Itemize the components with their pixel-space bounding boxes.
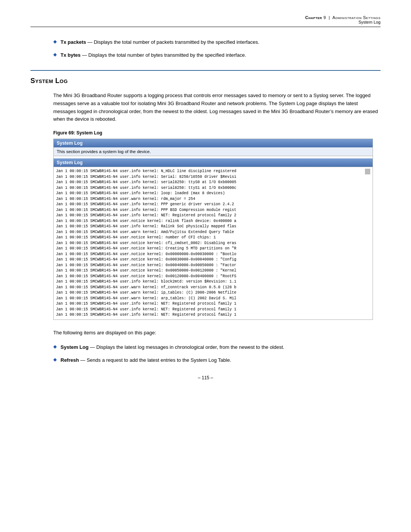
log-line: Jan 1 00:00:15 SMCWBR14S-N4 user.info ke…	[56, 180, 370, 185]
bullet-diamond-4: ◆	[53, 357, 57, 362]
log-line: Jan 1 00:00:15 SMCWBR14S-N4 user.notice …	[56, 235, 370, 241]
bullet-text-refresh: Refresh — Sends a request to add the lat…	[61, 356, 231, 364]
log-line: Jan 1 00:00:15 SMCWBR14S-N4 user.info ke…	[56, 185, 370, 191]
widget-title-bar: System Log	[54, 139, 373, 147]
page-number: – 115 –	[30, 375, 381, 380]
bullet-diamond-3: ◆	[53, 344, 57, 349]
log-line: Jan 1 00:00:15 SMCWBR14S-N4 user.notice …	[56, 263, 370, 268]
log-line: Jan 1 00:00:15 SMCWBR14S-N4 user.info ke…	[56, 279, 370, 285]
log-line: Jan 1 00:00:15 SMCWBR14S-N4 user.warn ke…	[56, 290, 370, 296]
log-line: Jan 1 00:00:15 SMCWBR14S-N4 user.notice …	[56, 219, 370, 224]
log-line: Jan 1 00:00:15 SMCWBR14S-N4 user.info ke…	[56, 224, 370, 230]
log-line: Jan 1 00:00:15 SMCWBR14S-N4 user.notice …	[56, 241, 370, 246]
system-log-widget: System Log This section provides a syste…	[53, 139, 373, 320]
section-heading: System Log	[30, 77, 381, 85]
bullet-label-refresh: Refresh	[61, 357, 79, 363]
chapter-word: Chapter	[305, 15, 322, 20]
bullet-label-tx-packets: Tx packets	[61, 39, 86, 45]
log-line: Jan 1 00:00:15 SMCWBR14S-N4 user.info ke…	[56, 213, 370, 219]
log-line: Jan 1 00:00:15 SMCWBR14S-N4 user.info ke…	[56, 202, 370, 208]
log-line: Jan 1 00:00:15 SMCWBR14S-N4 user.warn ke…	[56, 197, 370, 202]
log-line: Jan 1 00:00:15 SMCWBR14S-N4 user.warn ke…	[56, 285, 370, 291]
log-content[interactable]: Jan 1 00:00:15 SMCWBR14S-N4 user.info ke…	[54, 167, 373, 320]
bullet-item-refresh: ◆ Refresh — Sends a request to add the l…	[53, 356, 381, 364]
log-line: Jan 1 00:00:15 SMCWBR14S-N4 user.info ke…	[56, 312, 370, 318]
chapter-number: 9	[323, 15, 326, 20]
bottom-bullet-section: ◆ System Log — Displays the latest log m…	[53, 343, 381, 364]
log-line: Jan 1 00:00:15 SMCWBR14S-N4 user.warn ke…	[56, 296, 370, 302]
body-text: The Mini 3G Broadband Router supports a …	[53, 92, 381, 123]
bullet-desc-system-log: — Displays the latest log messages in ch…	[90, 344, 284, 350]
log-line: Jan 1 00:00:15 SMCWBR14S-N4 user.notice …	[56, 274, 370, 280]
log-line: Jan 1 00:00:15 SMCWBR14S-N4 user.notice …	[56, 257, 370, 263]
chapter-line: Chapter 9 | Administration Settings	[30, 15, 381, 20]
following-text: The following items are displayed on thi…	[53, 329, 381, 337]
page-header: Chapter 9 | Administration Settings Syst…	[30, 15, 381, 27]
page-container: Chapter 9 | Administration Settings Syst…	[0, 0, 411, 532]
log-line: Jan 1 00:00:15 SMCWBR14S-N4 user.info ke…	[56, 191, 370, 197]
log-line: Jan 1 00:00:15 SMCWBR14S-N4 user.notice …	[56, 246, 370, 252]
log-line: Jan 1 00:00:15 SMCWBR14S-N4 user.info ke…	[56, 169, 370, 174]
log-line: Jan 1 00:00:15 SMCWBR14S-N4 user.info ke…	[56, 301, 370, 307]
bullet-diamond-1: ◆	[53, 39, 57, 44]
bullet-item-tx-bytes: ◆ Tx bytes — Displays the total number o…	[53, 51, 381, 59]
bullet-text-tx-bytes: Tx bytes — Displays the total number of …	[61, 51, 246, 59]
log-line: Jan 1 00:00:15 SMCWBR14S-N4 user.info ke…	[56, 307, 370, 313]
log-line: Jan 1 00:00:15 SMCWBR14S-N4 user.warn ke…	[56, 230, 370, 235]
widget-section-bar: System Log	[54, 158, 373, 167]
widget-description: This section provides a system log of th…	[54, 147, 373, 156]
bullet-label-tx-bytes: Tx bytes	[61, 52, 81, 58]
bullet-desc-tx-bytes: — Displays the total number of bytes tra…	[82, 52, 246, 58]
log-line: Jan 1 00:00:15 SMCWBR14S-N4 user.notice …	[56, 252, 370, 257]
bullet-diamond-2: ◆	[53, 52, 57, 57]
bullet-text-system-log: System Log — Displays the latest log mes…	[61, 343, 284, 351]
header-section: Administration Settings	[333, 15, 381, 20]
top-bullet-section: ◆ Tx packets — Displays the total number…	[53, 38, 381, 59]
bullet-desc-tx-packets: — Displays the total number of packets t…	[88, 39, 260, 45]
bullet-label-system-log: System Log	[61, 344, 89, 350]
bullet-desc-refresh: — Sends a request to add the latest entr…	[80, 357, 231, 363]
figure-caption: Figure 69: System Log	[53, 130, 381, 136]
log-line: Jan 1 00:00:15 SMCWBR14S-N4 user.info ke…	[56, 208, 370, 213]
bullet-text-tx-packets: Tx packets — Displays the total number o…	[61, 38, 259, 46]
bullet-item-tx-packets: ◆ Tx packets — Displays the total number…	[53, 38, 381, 46]
log-line: Jan 1 00:00:15 SMCWBR14S-N4 user.info ke…	[56, 174, 370, 180]
section-divider	[30, 70, 381, 71]
log-line: Jan 1 00:00:15 SMCWBR14S-N4 user.notice …	[56, 268, 370, 274]
bullet-item-system-log: ◆ System Log — Displays the latest log m…	[53, 343, 381, 351]
header-subsection: System Log	[30, 20, 381, 24]
